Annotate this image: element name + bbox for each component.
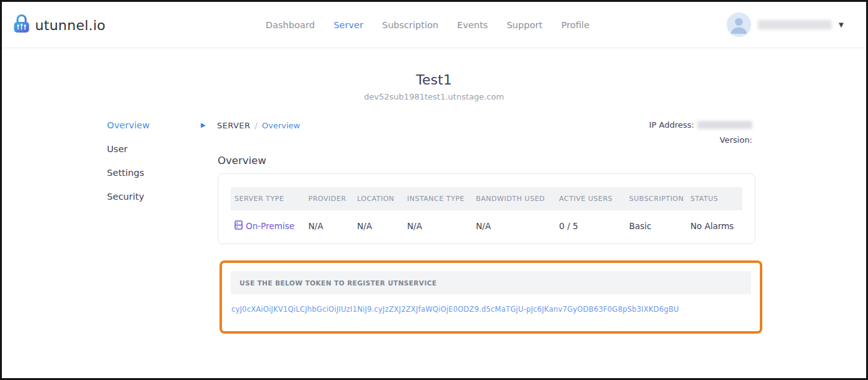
table-row: On-Premise N/A N/A N/A N/A 0 / 5 Basic N…: [231, 210, 742, 242]
caret-down-icon: ▼: [839, 21, 844, 28]
overview-heading: Overview: [218, 155, 266, 167]
nav-subscription[interactable]: Subscription: [382, 20, 438, 30]
user-menu[interactable]: ▼: [727, 13, 844, 37]
token-instruction-band: USE THE BELOW TOKEN TO REGISTER UTNSERVI…: [231, 271, 751, 294]
nav-server[interactable]: Server: [333, 20, 363, 30]
breadcrumb-separator: /: [255, 121, 257, 130]
app-window: utunnel.io Dashboard Server Subscription…: [0, 0, 868, 380]
server-hostname: dev52sub1981test1.utnstage.com: [2, 92, 866, 101]
brand-logo[interactable]: utunnel.io: [13, 14, 106, 36]
col-instance-type: INSTANCE TYPE: [407, 195, 476, 203]
col-active-users: ACTIVE USERS: [559, 195, 629, 203]
nav-events[interactable]: Events: [457, 20, 488, 30]
padlock-icon: [13, 14, 31, 36]
ip-address-line: IP Address:: [649, 120, 752, 130]
server-meta: IP Address: Version:: [649, 120, 752, 145]
sidebar-nav: Overview User Settings Security: [107, 120, 149, 215]
cell-provider: N/A: [308, 221, 357, 231]
redacted-ip-address: [697, 121, 752, 129]
nav-support[interactable]: Support: [507, 20, 542, 30]
col-subscription: SUBSCRIPTION: [629, 195, 690, 203]
brand-name: utunnel.io: [35, 18, 106, 33]
user-avatar-icon: [727, 13, 751, 37]
redacted-username: [758, 20, 832, 29]
cell-location: N/A: [357, 221, 407, 231]
col-location: LOCATION: [357, 195, 407, 203]
sidebar-item-settings[interactable]: Settings: [107, 168, 149, 178]
col-bandwidth-used: BANDWIDTH USED: [476, 195, 559, 203]
registration-token: cyJ0cXAiOiJKV1QiLCJhbGciOiJIUzI1NiJ9.cyJ…: [231, 305, 751, 314]
top-navbar: utunnel.io Dashboard Server Subscription…: [2, 2, 866, 48]
server-type-value: On-Premise: [246, 221, 295, 231]
breadcrumb-overview[interactable]: Overview: [262, 121, 300, 130]
main-nav: Dashboard Server Subscription Events Sup…: [266, 2, 590, 48]
cell-server-type: On-Premise: [235, 220, 308, 232]
server-overview-card: SERVER TYPE PROVIDER LOCATION INSTANCE T…: [218, 173, 755, 244]
page-title: Test1: [2, 72, 866, 88]
sidebar-item-user[interactable]: User: [107, 144, 149, 154]
nav-profile[interactable]: Profile: [561, 20, 589, 30]
col-status: STATUS: [690, 195, 742, 203]
version-label: Version:: [649, 135, 752, 145]
token-instruction: USE THE BELOW TOKEN TO REGISTER UTNSERVI…: [240, 279, 437, 287]
server-rack-icon: [235, 220, 243, 232]
nav-dashboard[interactable]: Dashboard: [266, 20, 315, 30]
cell-subscription: Basic: [629, 221, 690, 231]
col-provider: PROVIDER: [308, 195, 357, 203]
table-header-row: SERVER TYPE PROVIDER LOCATION INSTANCE T…: [231, 187, 742, 210]
cell-instance-type: N/A: [407, 221, 476, 231]
cell-bandwidth-used: N/A: [476, 221, 559, 231]
cell-active-users: 0 / 5: [559, 221, 629, 231]
register-token-highlight-box: USE THE BELOW TOKEN TO REGISTER UTNSERVI…: [220, 260, 762, 334]
breadcrumb-server[interactable]: SERVER: [217, 121, 250, 130]
ip-address-label: IP Address:: [649, 120, 694, 130]
breadcrumb: SERVER / Overview: [217, 121, 300, 130]
page-headline: Test1 dev52sub1981test1.utnstage.com: [2, 72, 866, 101]
col-server-type: SERVER TYPE: [235, 195, 308, 203]
sidebar-item-security[interactable]: Security: [107, 192, 149, 202]
breadcrumb-arrow-icon: ▶: [201, 121, 206, 128]
sidebar-item-overview[interactable]: Overview: [107, 120, 149, 130]
cell-status: No Alarms: [690, 221, 742, 231]
